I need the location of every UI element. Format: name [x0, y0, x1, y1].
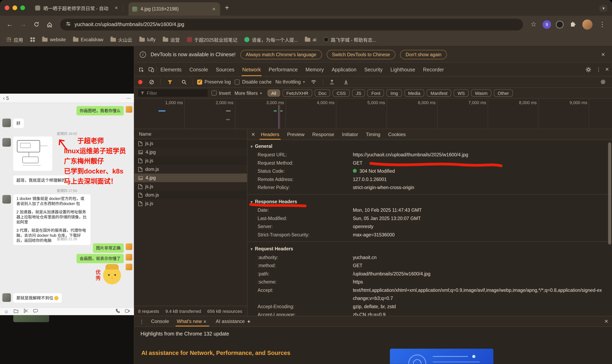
network-conditions-icon[interactable] [309, 77, 319, 87]
network-settings-gear-icon[interactable] [598, 77, 608, 87]
disclosure-triangle-icon[interactable]: ▾ [251, 144, 253, 148]
request-row[interactable]: js.js [134, 156, 247, 165]
chip-media[interactable]: Media [404, 89, 424, 97]
tab-timing[interactable]: Timing [362, 129, 384, 140]
new-tab-button[interactable]: + [220, 0, 234, 15]
filter-input[interactable] [147, 90, 205, 96]
dismiss-notification-icon[interactable]: × [600, 51, 607, 58]
chip-manifest[interactable]: Manifest [427, 89, 451, 97]
filter-input-box[interactable] [138, 89, 208, 97]
checkbox-unchecked-icon[interactable] [212, 91, 217, 95]
chip-other[interactable]: Other [494, 89, 513, 97]
bookmark-folder-yunying[interactable]: 运营 [163, 36, 180, 43]
ai-assistance-heading[interactable]: AI assistance for Network, Performance, … [141, 350, 290, 356]
bookmark-folder-ai[interactable]: ai [305, 37, 316, 42]
switch-devtools-chinese-button[interactable]: Switch DevTools to Chinese [326, 50, 395, 59]
request-row[interactable]: js.js [134, 199, 247, 208]
tab-response[interactable]: Response [309, 129, 338, 140]
tab-security[interactable]: Security [360, 63, 387, 76]
emoji-icon[interactable]: ☺ [4, 309, 9, 314]
dont-show-again-button[interactable]: Don't show again [400, 50, 447, 59]
chip-img[interactable]: Img [387, 89, 402, 97]
search-network-icon[interactable] [179, 77, 189, 87]
close-whats-new-tab-icon[interactable]: × [202, 318, 208, 324]
chat-menu-icon[interactable]: ⋯ [126, 95, 131, 101]
close-drawer-icon[interactable]: × [603, 318, 610, 325]
import-har-icon[interactable] [327, 77, 337, 87]
disclosure-triangle-icon[interactable]: ▾ [251, 247, 253, 251]
export-har-icon[interactable] [341, 77, 351, 87]
chip-ws[interactable]: WS [454, 89, 469, 97]
record-network-log-button[interactable] [138, 80, 142, 84]
request-row[interactable]: 4.jpg [134, 148, 247, 156]
tab-search-button[interactable]: ▾ [600, 5, 607, 12]
chip-doc[interactable]: Doc [314, 89, 330, 97]
close-details-icon[interactable]: × [250, 131, 257, 138]
voice-call-icon[interactable] [116, 308, 120, 314]
inspect-element-icon[interactable] [136, 64, 146, 74]
chat-history-icon[interactable] [33, 309, 38, 314]
site-controls-icon[interactable] [66, 21, 71, 28]
section-general[interactable]: ▾ General [247, 142, 612, 151]
browser-tab-active[interactable]: 4.jpg (1316×2198) × [128, 2, 220, 16]
drawer-tab-whats-new[interactable]: What's new × [173, 316, 212, 326]
checkbox-unchecked-icon[interactable] [235, 79, 240, 84]
reload-button[interactable] [30, 19, 42, 30]
bookmark-yuchao-notes[interactable]: 于超2025就业班笔记 [187, 36, 237, 43]
tab-sources[interactable]: Sources [212, 63, 238, 76]
minimize-window-button[interactable] [13, 5, 17, 10]
tab-performance[interactable]: Performance [265, 63, 301, 76]
section-request-headers[interactable]: ▾ Request Headers [247, 244, 612, 253]
tab-lighthouse[interactable]: Lighthouse [387, 63, 419, 76]
filter-toggle-icon[interactable] [165, 77, 175, 87]
drawer-tab-console[interactable]: Console [148, 316, 172, 326]
section-response-headers[interactable]: ▾ Response Headers [247, 197, 612, 206]
tab-elements[interactable]: Elements [156, 63, 185, 76]
close-window-button[interactable] [5, 5, 9, 10]
request-row[interactable]: dom.js [134, 191, 247, 199]
back-button[interactable]: ← [4, 19, 15, 30]
devtools-settings-gear-icon[interactable] [584, 64, 594, 74]
more-filters-dropdown[interactable]: More filters ▾ [234, 90, 262, 96]
extension-icon[interactable] [556, 20, 564, 28]
request-row[interactable]: dom.js [134, 165, 247, 173]
bookmark-folder-huoshan[interactable]: 火山云 [110, 36, 132, 43]
forward-button[interactable]: → [17, 19, 29, 30]
network-timeline-overview[interactable]: 1,000 ms 2,000 ms 3,000 ms 4,000 ms 5,00… [134, 99, 612, 129]
preserve-log-checkbox[interactable]: Preserve log [197, 79, 231, 85]
close-devtools-icon[interactable]: × [604, 66, 610, 73]
tab-console[interactable]: Console [185, 63, 212, 76]
disclosure-triangle-icon[interactable]: ▾ [251, 199, 253, 204]
bookmark-luffycity[interactable]: 路飞学城 - 帮助有志... [323, 36, 376, 43]
scrollbar-thumb[interactable] [608, 142, 611, 245]
bookmark-apps[interactable]: 应用 [6, 36, 23, 43]
request-row[interactable]: js.js [134, 182, 247, 191]
chip-css[interactable]: CSS [333, 89, 350, 97]
name-column-header[interactable]: Name [134, 129, 247, 139]
browser-menu-icon[interactable]: ⋮ [597, 19, 608, 30]
chat-image-diagram[interactable] [13, 136, 53, 171]
extension-badge[interactable]: 9 [543, 20, 551, 28]
home-button[interactable] [44, 19, 55, 30]
clear-network-log-icon[interactable] [146, 77, 156, 87]
extensions-puzzle-icon[interactable] [567, 19, 578, 30]
tab-application[interactable]: Application [328, 63, 360, 76]
address-bar[interactable]: yuchaoit.cn/upload/thumbnails/2025/w1600… [60, 19, 523, 30]
tab-headers[interactable]: Headers [258, 129, 283, 140]
chat-back-icon[interactable]: ‹ [3, 95, 5, 101]
profile-avatar[interactable] [582, 19, 592, 29]
bookmark-grid-button[interactable] [30, 37, 35, 42]
request-row-selected[interactable]: 4.jpg [134, 173, 247, 182]
tab-network[interactable]: Network [238, 63, 265, 76]
invert-checkbox[interactable]: Invert [212, 90, 231, 96]
checkbox-checked-icon[interactable] [197, 79, 202, 84]
chip-all[interactable]: All [267, 89, 280, 97]
throttling-dropdown[interactable]: No throttling ▾ [275, 79, 305, 85]
fullscreen-window-button[interactable] [20, 5, 25, 10]
chip-fetch-xhr[interactable]: Fetch/XHR [283, 89, 312, 97]
bookmark-folder-luffy[interactable]: luffy [139, 37, 156, 42]
tab-initiator[interactable]: Initiator [339, 129, 362, 140]
bookmark-star-icon[interactable]: ☆ [528, 19, 539, 30]
chip-font[interactable]: Font [367, 89, 384, 97]
chip-js[interactable]: JS [352, 89, 365, 97]
